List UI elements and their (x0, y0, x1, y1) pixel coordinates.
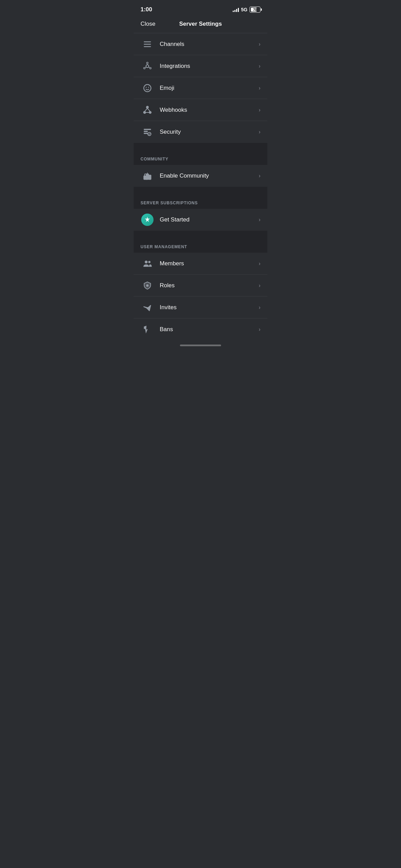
battery-tip (261, 9, 262, 11)
svg-rect-18 (144, 133, 148, 134)
svg-point-3 (146, 64, 149, 67)
enable-community-label: Enable Community (160, 172, 259, 179)
chevron-right-icon: › (259, 41, 260, 47)
settings-item-roles[interactable]: Roles › (134, 275, 267, 297)
security-label: Security (160, 129, 259, 135)
emoji-icon (141, 81, 154, 95)
integrations-icon (141, 59, 154, 73)
server-section: Channels › Integrations › (134, 33, 267, 143)
svg-rect-0 (144, 41, 151, 42)
nav-header: Close Server Settings (134, 17, 267, 33)
signal-bars-icon (233, 7, 239, 12)
invites-label: Invites (160, 304, 259, 311)
svg-rect-2 (144, 46, 151, 47)
settings-item-bans[interactable]: Bans › (134, 318, 267, 340)
settings-item-members[interactable]: Members › (134, 253, 267, 275)
invites-icon (141, 301, 154, 314)
subscriptions-section: Get Started › (134, 209, 267, 231)
home-bar (180, 345, 221, 346)
svg-point-11 (146, 87, 147, 88)
status-icons: 5G 70 (233, 7, 260, 13)
settings-list: Channels › Integrations › (134, 33, 267, 340)
svg-line-8 (145, 67, 146, 68)
chevron-right-icon: › (259, 304, 260, 311)
community-section-header: COMMUNITY (134, 148, 267, 165)
roles-label: Roles (160, 282, 259, 289)
community-section: Enable Community › (134, 165, 267, 187)
chevron-right-icon: › (259, 63, 260, 69)
security-icon (141, 125, 154, 139)
settings-item-webhooks[interactable]: Webhooks › (134, 99, 267, 121)
bans-label: Bans (160, 326, 259, 333)
svg-rect-17 (144, 131, 148, 132)
divider-2 (134, 187, 267, 192)
chevron-right-icon: › (259, 217, 260, 223)
chevron-right-icon: › (259, 282, 260, 289)
page-title: Server Settings (179, 21, 222, 27)
get-started-icon (141, 213, 154, 227)
divider-1 (134, 143, 267, 148)
svg-line-9 (148, 67, 150, 68)
integrations-label: Integrations (160, 63, 259, 70)
settings-item-emoji[interactable]: Emoji › (134, 77, 267, 99)
svg-rect-16 (144, 129, 151, 130)
svg-rect-22 (149, 175, 151, 180)
chevron-right-icon: › (259, 107, 260, 113)
svg-point-12 (148, 87, 149, 88)
webhooks-icon (141, 103, 154, 117)
user-management-section: Members › Roles › Invites › (134, 253, 267, 340)
chevron-right-icon: › (259, 173, 260, 179)
settings-item-get-started[interactable]: Get Started › (134, 209, 267, 231)
network-label: 5G (241, 7, 247, 12)
chevron-right-icon: › (259, 85, 260, 91)
svg-point-23 (145, 261, 147, 263)
chevron-right-icon: › (259, 129, 260, 135)
battery-icon: 70 (250, 7, 260, 13)
chevron-right-icon: › (259, 261, 260, 267)
svg-rect-21 (146, 174, 149, 179)
battery-percentage: 70 (253, 8, 257, 12)
user-management-section-header: USER MANAGEMENT (134, 236, 267, 253)
channels-label: Channels (160, 41, 259, 48)
settings-item-invites[interactable]: Invites › (134, 297, 267, 318)
members-label: Members (160, 260, 259, 267)
members-icon (141, 257, 154, 270)
channels-icon (141, 37, 154, 51)
svg-point-25 (146, 284, 149, 287)
svg-point-10 (144, 84, 151, 92)
svg-rect-1 (144, 44, 151, 44)
roles-icon (141, 279, 154, 292)
divider-3 (134, 231, 267, 236)
community-icon (141, 169, 154, 183)
svg-point-4 (147, 62, 148, 64)
settings-item-channels[interactable]: Channels › (134, 33, 267, 55)
bans-icon (141, 323, 154, 336)
emoji-label: Emoji (160, 85, 259, 92)
webhooks-label: Webhooks (160, 107, 259, 113)
settings-item-integrations[interactable]: Integrations › (134, 55, 267, 77)
settings-item-security[interactable]: Security › (134, 121, 267, 143)
close-button[interactable]: Close (141, 21, 155, 27)
status-bar: 1:00 5G 70 (134, 0, 267, 17)
home-indicator (134, 340, 267, 349)
status-time: 1:00 (141, 6, 152, 13)
get-started-label: Get Started (160, 216, 259, 223)
subscriptions-section-header: SERVER SUBSCRIPTIONS (134, 192, 267, 209)
svg-point-24 (148, 261, 151, 263)
settings-item-enable-community[interactable]: Enable Community › (134, 165, 267, 187)
chevron-right-icon: › (259, 326, 260, 333)
